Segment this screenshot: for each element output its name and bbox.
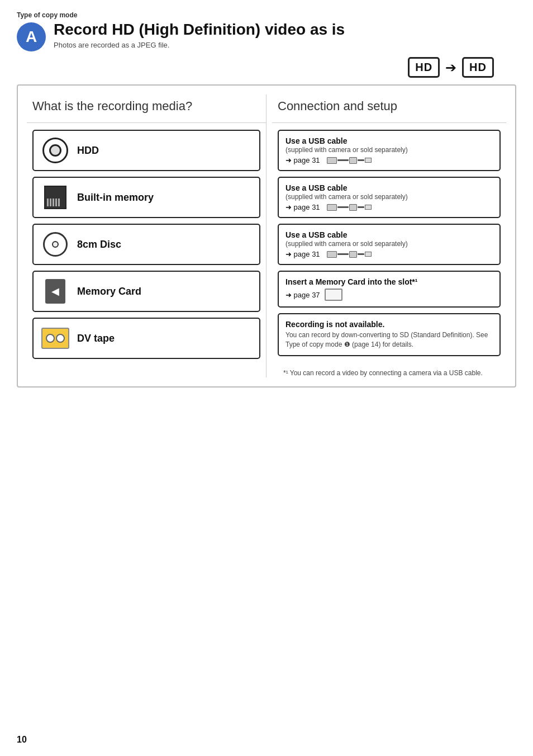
usb-wire-1 (337, 159, 349, 161)
conn-disc-page-ref: ➜ page 31 (285, 250, 320, 258)
type-of-copy-label: Type of copy mode (17, 11, 516, 19)
usb2-wire-2 (358, 206, 364, 208)
not-avail-body: You can record by down-converting to SD … (285, 330, 493, 349)
media-list: HDD (27, 123, 266, 359)
stripe-2 (50, 199, 51, 206)
title-text: Record HD (High Definition) video as is … (54, 21, 345, 49)
conn-item-disc: Use a USB cable (supplied with camera or… (278, 224, 501, 265)
memcard-icon-container: ◀ (41, 277, 69, 305)
media-item-dvtape: DV tape (32, 318, 260, 359)
usb2-connector-c (365, 205, 372, 210)
hdd-label: HDD (77, 145, 99, 157)
builtin-icon-container (41, 183, 69, 211)
media-item-disc: 8cm Disc (32, 224, 260, 265)
usb3-connector-c (365, 252, 372, 257)
usb3-connector-b (349, 251, 357, 258)
media-item-builtin: Built-in memory (32, 177, 260, 218)
conn-memcard-page-row: ➜ page 37 (285, 289, 493, 301)
usb-connector-a (327, 157, 337, 164)
title-row: A Record HD (High Definition) video as i… (17, 21, 516, 51)
usb-cable-icon-hdd (327, 157, 372, 164)
dvtape-reel-right (56, 334, 65, 343)
usb2-wire-1 (337, 206, 349, 208)
conn-builtin-title: Use a USB cable (285, 183, 493, 192)
left-col-header: What is the recording media? (27, 94, 266, 123)
conn-disc-page-row: ➜ page 31 (285, 250, 493, 258)
stripe-1 (47, 199, 49, 206)
hd-left-badge: HD (408, 57, 440, 78)
conn-disc-subtitle: (supplied with camera or sold separately… (285, 240, 493, 248)
usb3-wire-1 (337, 253, 349, 255)
usb3-connector-a (327, 251, 337, 258)
conn-item-hdd: Use a USB cable (supplied with camera or… (278, 130, 501, 171)
hd-arrow-icon: ➔ (445, 60, 456, 75)
usb2-connector-b (349, 204, 357, 211)
conn-hdd-page-row: ➜ page 31 (285, 156, 493, 164)
conn-memcard-title: Insert a Memory Card into the slot*¹ (285, 277, 493, 286)
two-column-layout: What is the recording media? HDD (27, 94, 506, 377)
page-title: Record HD (High Definition) video as is (54, 21, 345, 39)
hd-right-badge: HD (462, 57, 494, 78)
conn-builtin-subtitle: (supplied with camera or sold separately… (285, 193, 493, 201)
mode-circle: A (17, 22, 46, 51)
dvtape-label: DV tape (77, 333, 115, 344)
memcard-label: Memory Card (77, 286, 141, 297)
conn-builtin-page-row: ➜ page 31 (285, 203, 493, 211)
disc-label: 8cm Disc (77, 239, 121, 251)
media-item-hdd: HDD (32, 130, 260, 171)
memcard-arrow-icon: ◀ (51, 285, 59, 297)
dvtape-reel-left (46, 334, 55, 343)
usb-connector-b (349, 157, 357, 164)
dvtape-icon (41, 328, 69, 349)
usb3-wire-2 (358, 253, 364, 255)
usb-cable-icon-disc (327, 251, 372, 258)
footnote-text: *¹ You can record a video by connecting … (283, 369, 483, 377)
page-number: 10 (17, 735, 27, 745)
disc-inner (52, 241, 59, 248)
conn-item-memcard: Insert a Memory Card into the slot*¹ ➜ p… (278, 271, 501, 308)
stripe-5 (58, 199, 60, 206)
conn-disc-title: Use a USB cable (285, 230, 493, 239)
conn-builtin-page-ref: ➜ page 31 (285, 203, 320, 211)
usb-cable-icon-builtin (327, 204, 372, 211)
right-col-header: Connection and setup (272, 94, 506, 123)
disc-icon (43, 232, 68, 257)
not-avail-title: Recording is not available. (285, 320, 493, 329)
memory-slot-icon (325, 289, 342, 301)
stripe-3 (53, 199, 54, 206)
usb-wire-2 (358, 159, 364, 161)
conn-hdd-title: Use a USB cable (285, 136, 493, 145)
left-column: What is the recording media? HDD (27, 94, 266, 377)
conn-item-builtin: Use a USB cable (supplied with camera or… (278, 177, 501, 218)
conn-hdd-subtitle: (supplied with camera or sold separately… (285, 146, 493, 154)
conn-memcard-page-ref: ➜ page 37 (285, 291, 320, 299)
media-item-memcard: ◀ Memory Card (32, 271, 260, 312)
builtin-label: Built-in memory (77, 192, 154, 204)
usb2-connector-a (327, 204, 337, 211)
footnote-section: *¹ You can record a video by connecting … (278, 362, 501, 377)
main-content-box: What is the recording media? HDD (17, 84, 516, 388)
disc-outer-wrap (43, 232, 68, 257)
usb-connector-c (365, 158, 372, 163)
dvtape-icon-container (41, 324, 69, 352)
builtin-stripes (45, 197, 65, 208)
memcard-icon: ◀ (45, 279, 65, 304)
hdd-icon-container (41, 136, 69, 164)
page-subtitle: Photos are recorded as a JPEG file. (54, 41, 345, 49)
hdd-icon (42, 138, 68, 163)
right-column: Connection and setup Use a USB cable (su… (266, 94, 506, 377)
conn-hdd-page-ref: ➜ page 31 (285, 156, 320, 164)
conn-item-notavail: Recording is not available. You can reco… (278, 313, 501, 356)
builtin-memory-icon (44, 186, 66, 209)
hd-arrow-row: HD ➔ HD (17, 57, 516, 78)
stripe-4 (55, 199, 57, 206)
connection-list: Use a USB cable (supplied with camera or… (272, 123, 506, 377)
disc-icon-container (41, 230, 69, 258)
